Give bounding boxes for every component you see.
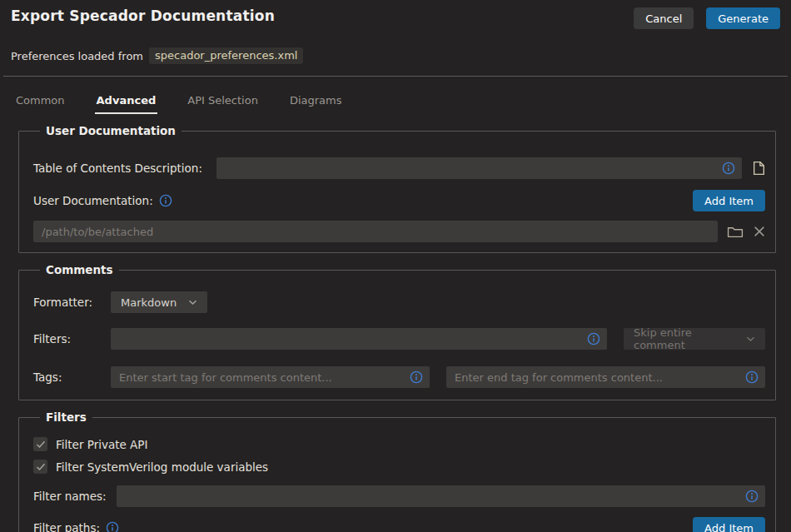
- preferences-loaded-line: Preferences loaded from specador_prefere…: [11, 47, 780, 64]
- info-icon[interactable]: [745, 490, 759, 503]
- new-file-icon[interactable]: [753, 161, 765, 176]
- user-doc-path-input-wrap: [33, 221, 718, 242]
- comment-filters-row: Filters: Skip entire comment: [33, 328, 765, 350]
- info-icon[interactable]: [722, 162, 735, 175]
- toc-description-input-wrap: [216, 157, 742, 179]
- add-filter-path-button[interactable]: Add Item: [693, 517, 765, 532]
- comment-filters-label: Filters:: [33, 332, 111, 346]
- tab-common[interactable]: Common: [14, 92, 67, 114]
- comment-filters-input-wrap: [111, 328, 607, 350]
- filters-section: Filters Filter Private API Filter System…: [18, 410, 776, 532]
- chevron-down-icon: [188, 300, 197, 306]
- user-documentation-section: User Documentation Table of Contents Des…: [18, 124, 776, 253]
- chevron-down-icon: [746, 336, 755, 342]
- header-separator: [3, 76, 788, 77]
- comments-legend: Comments: [40, 263, 119, 276]
- skip-comment-dropdown-value: Skip entire comment: [634, 326, 734, 351]
- end-tag-input-wrap: [446, 366, 765, 388]
- filter-names-input[interactable]: [117, 485, 745, 507]
- dialog-header: Export Specador Documentation Cancel Gen…: [0, 0, 791, 29]
- export-specador-dialog: Export Specador Documentation Cancel Gen…: [0, 0, 791, 532]
- cancel-button[interactable]: Cancel: [634, 7, 694, 29]
- tab-bar: Common Advanced API Selection Diagrams: [0, 92, 791, 114]
- filter-names-input-wrap: [117, 485, 765, 507]
- tab-diagrams[interactable]: Diagrams: [288, 92, 344, 114]
- preferences-file-badge: specador_preferences.xml: [149, 47, 303, 64]
- add-user-doc-item-button[interactable]: Add Item: [693, 190, 765, 211]
- end-tag-input[interactable]: [446, 366, 745, 388]
- comment-filters-input[interactable]: [111, 328, 587, 350]
- filter-private-api-label: Filter Private API: [56, 438, 147, 451]
- filter-names-label: Filter names:: [33, 490, 117, 503]
- user-doc-row: User Documentation: Add Item: [33, 190, 765, 211]
- info-icon[interactable]: [587, 332, 600, 346]
- generate-button[interactable]: Generate: [706, 7, 780, 29]
- skip-comment-dropdown[interactable]: Skip entire comment: [624, 328, 765, 350]
- start-tag-input-wrap: [111, 366, 430, 388]
- tab-advanced[interactable]: Advanced: [95, 92, 158, 114]
- checkbox-checked-icon[interactable]: [33, 460, 47, 474]
- toc-description-label: Table of Contents Description:: [33, 162, 216, 175]
- comments-section: Comments Formatter: Markdown Filters: Sk…: [18, 263, 776, 400]
- user-doc-label-group: User Documentation:: [33, 194, 172, 207]
- filter-sv-module-vars-label: Filter SystemVerilog module variables: [56, 460, 268, 474]
- user-doc-path-row: [33, 221, 765, 242]
- page-title: Export Specador Documentation: [11, 7, 275, 24]
- user-documentation-legend: User Documentation: [40, 124, 182, 137]
- filter-names-row: Filter names:: [33, 485, 765, 507]
- remove-item-icon[interactable]: [754, 226, 765, 237]
- user-doc-path-input[interactable]: [33, 221, 711, 242]
- formatter-dropdown-value: Markdown: [121, 296, 177, 309]
- filter-paths-label: Filter paths:: [33, 521, 100, 532]
- formatter-label: Formatter:: [33, 296, 111, 309]
- filter-paths-row: Filter paths: Add Item: [33, 517, 765, 532]
- header-buttons: Cancel Generate: [634, 7, 780, 29]
- info-icon[interactable]: [159, 194, 172, 207]
- filter-sv-module-vars-checkbox-row[interactable]: Filter SystemVerilog module variables: [33, 460, 765, 474]
- tags-row: Tags:: [33, 366, 765, 388]
- info-icon[interactable]: [410, 370, 423, 384]
- filter-private-api-checkbox-row[interactable]: Filter Private API: [33, 437, 765, 451]
- preferences-loaded-text: Preferences loaded from: [11, 50, 143, 62]
- checkbox-checked-icon[interactable]: [33, 437, 47, 451]
- toc-description-row: Table of Contents Description:: [33, 157, 765, 179]
- user-doc-label: User Documentation:: [33, 194, 153, 207]
- tab-api-selection[interactable]: API Selection: [186, 92, 260, 114]
- toc-description-input[interactable]: [216, 157, 722, 179]
- filter-paths-label-group: Filter paths:: [33, 521, 119, 532]
- formatter-dropdown[interactable]: Markdown: [111, 291, 207, 313]
- filters-legend: Filters: [40, 410, 92, 424]
- tags-label: Tags:: [33, 370, 111, 384]
- start-tag-input[interactable]: [111, 366, 410, 388]
- info-icon[interactable]: [745, 370, 759, 384]
- formatter-row: Formatter: Markdown: [33, 291, 765, 313]
- info-icon[interactable]: [106, 521, 119, 532]
- browse-folder-icon[interactable]: [727, 225, 744, 238]
